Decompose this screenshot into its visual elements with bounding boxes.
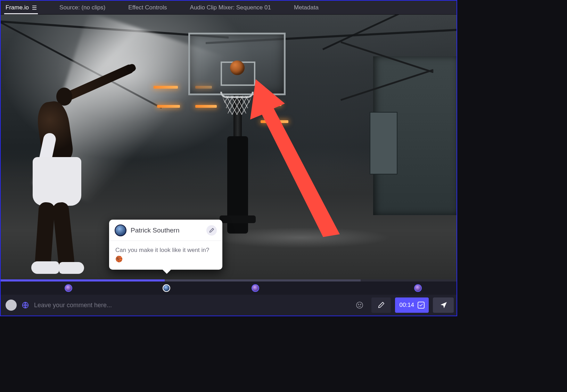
panel-tabbar: Frame.io Source: (no clips) Effect Contr… — [1, 1, 457, 15]
tab-frameio[interactable]: Frame.io — [4, 1, 38, 14]
draw-annotation-button[interactable] — [371, 297, 391, 313]
timecode-checkbox-icon — [418, 302, 425, 309]
comment-input-bar: 00:14 — [1, 295, 457, 316]
tab-effect-controls[interactable]: Effect Controls — [127, 1, 168, 14]
panel-menu-icon[interactable] — [32, 6, 36, 10]
comment-popup: Patrick Southern Can you make it look li… — [109, 220, 222, 270]
send-comment-button[interactable] — [433, 297, 454, 313]
svg-point-4 — [360, 304, 361, 305]
current-user-avatar — [6, 300, 17, 311]
tab-audio-clip-mixer[interactable]: Audio Clip Mixer: Sequence 01 — [189, 1, 272, 14]
comment-popup-header: Patrick Southern — [109, 220, 222, 241]
emoji-picker-button[interactable] — [352, 297, 367, 313]
comment-author-name: Patrick Southern — [131, 227, 202, 234]
tab-frameio-label: Frame.io — [6, 4, 29, 11]
video-frame-still: Patrick Southern Can you make it look li… — [1, 15, 457, 279]
frameio-panel: Frame.io Source: (no clips) Effect Contr… — [0, 0, 457, 316]
comment-marker-active[interactable] — [163, 284, 170, 292]
video-viewer[interactable]: Patrick Southern Can you make it look li… — [1, 15, 457, 279]
visibility-globe-icon[interactable] — [21, 301, 30, 310]
tab-metadata[interactable]: Metadata — [293, 1, 320, 14]
svg-point-3 — [358, 304, 359, 305]
tab-source[interactable]: Source: (no clips) — [58, 1, 107, 14]
tab-metadata-label: Metadata — [294, 4, 319, 11]
tab-effect-controls-label: Effect Controls — [128, 4, 167, 11]
tab-audio-mixer-label: Audio Clip Mixer: Sequence 01 — [190, 4, 271, 11]
comment-body-text: Can you make it look like it went in? 🏀 — [109, 241, 222, 270]
comment-input[interactable] — [34, 302, 348, 309]
annotation-brush-icon[interactable] — [206, 225, 217, 236]
comment-marker[interactable] — [65, 284, 72, 292]
comment-marker[interactable] — [414, 284, 422, 292]
timecode-toggle[interactable]: 00:14 — [395, 297, 429, 313]
tab-source-label: Source: (no clips) — [59, 4, 105, 11]
basketball — [230, 60, 245, 75]
comment-author-avatar — [115, 224, 126, 236]
comment-marker[interactable] — [252, 284, 259, 292]
comment-markers-strip — [1, 281, 457, 295]
svg-point-2 — [356, 302, 363, 308]
timecode-value: 00:14 — [399, 302, 414, 309]
